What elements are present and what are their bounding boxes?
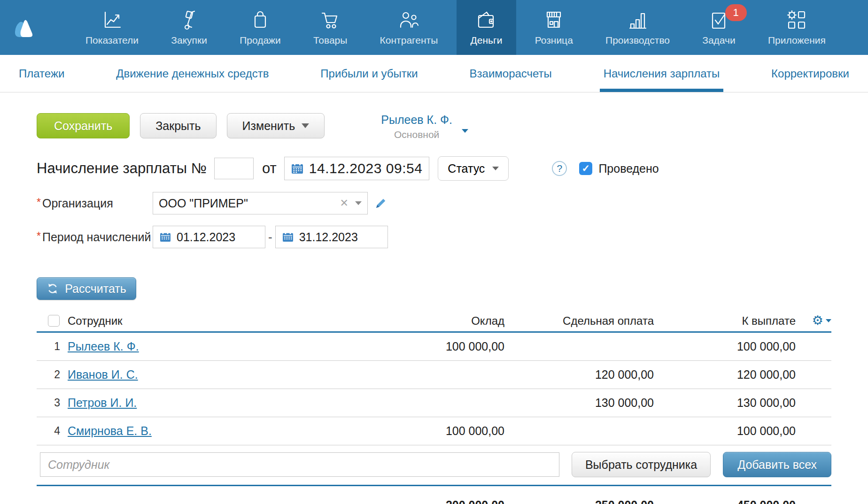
- calendar-icon: [160, 232, 171, 242]
- organization-combobox[interactable]: ООО "ПРИМЕР" ✕: [153, 192, 368, 214]
- nav-item-tasks[interactable]: 1 Задачи: [688, 0, 750, 55]
- table-totals-row: 200 000,00 250 000,00 450 000,00: [37, 495, 831, 504]
- moysklad-logo-icon: [12, 16, 40, 39]
- accrual-period-row: *Период начислений 01.12.2023 -: [37, 226, 831, 248]
- organization-value: ООО "ПРИМЕР": [159, 197, 248, 210]
- header-checkbox-cell: [37, 315, 63, 327]
- people-icon: [398, 9, 419, 31]
- tasks-icon: 1: [708, 9, 730, 31]
- nav-label: Продажи: [240, 35, 281, 46]
- tab-mutual-settlements[interactable]: Взаиморасчеты: [470, 55, 552, 92]
- top-navigation: Показатели Закупки Продажи: [0, 0, 868, 55]
- app-logo[interactable]: [0, 0, 53, 55]
- edit-button[interactable]: Изменить: [227, 113, 325, 138]
- organization-row: *Организация ООО "ПРИМЕР" ✕: [37, 192, 831, 214]
- tab-profit-loss[interactable]: Прибыли и убытки: [320, 55, 418, 92]
- salary-cell[interactable]: 100 000,00: [381, 340, 504, 353]
- context-user-role: Основной: [381, 129, 452, 140]
- nav-label: Товары: [313, 35, 347, 46]
- header-piecework: Сдельная оплата: [504, 314, 654, 328]
- chevron-down-icon[interactable]: [355, 201, 362, 205]
- employees-table: Сотрудник Оклад Сдельная оплата К выплат…: [37, 310, 831, 504]
- nav-label: Контрагенты: [380, 35, 438, 46]
- row-number: 2: [37, 368, 63, 381]
- save-button[interactable]: Сохранить: [37, 113, 130, 138]
- employee-link[interactable]: Иванов И. С.: [68, 368, 138, 381]
- tab-cash-flow[interactable]: Движение денежных средств: [116, 55, 269, 92]
- period-end-value: 31.12.2023: [299, 230, 358, 244]
- period-end-field[interactable]: 31.12.2023: [275, 226, 388, 248]
- nav-item-purchases[interactable]: Закупки: [157, 0, 221, 55]
- period-start-field[interactable]: 01.12.2023: [153, 226, 265, 248]
- tasks-badge: 1: [725, 4, 747, 21]
- top-nav-items: Показатели Закупки Продажи: [53, 0, 868, 55]
- nav-label: Показатели: [85, 35, 139, 46]
- posted-label: Проведено: [598, 162, 659, 176]
- calculate-button-label: Рассчитать: [65, 282, 126, 296]
- nav-item-indicators[interactable]: Показатели: [71, 0, 153, 55]
- payout-cell: 130 000,00: [654, 396, 796, 410]
- period-separator: -: [268, 230, 272, 244]
- nav-item-apps[interactable]: Приложения: [754, 0, 840, 55]
- clear-icon[interactable]: ✕: [340, 197, 349, 209]
- organization-label: *Организация: [37, 196, 153, 210]
- employee-link[interactable]: Смирнова Е. В.: [68, 424, 152, 437]
- posted-checkbox-row[interactable]: ✓ Проведено: [579, 162, 659, 176]
- cart-icon: [319, 9, 341, 31]
- employee-search-input[interactable]: [40, 452, 559, 477]
- nav-item-goods[interactable]: Товары: [299, 0, 361, 55]
- document-page: Сохранить Закрыть Изменить Рылеев К. Ф. …: [0, 113, 868, 504]
- refresh-icon: [46, 283, 59, 295]
- piecework-cell[interactable]: 130 000,00: [504, 396, 654, 410]
- salary-cell[interactable]: 100 000,00: [381, 424, 504, 438]
- wallet-icon: [475, 9, 497, 31]
- select-all-checkbox[interactable]: [48, 315, 60, 327]
- nav-label: Производство: [605, 35, 670, 46]
- edit-button-label: Изменить: [242, 119, 295, 133]
- tab-payments[interactable]: Платежи: [19, 55, 64, 92]
- document-datetime-value: 14.12.2023 09:54: [309, 160, 423, 176]
- posted-checkbox[interactable]: ✓: [579, 162, 592, 175]
- nav-item-production[interactable]: Производство: [591, 0, 684, 55]
- piecework-cell[interactable]: 120 000,00: [504, 368, 654, 382]
- nav-item-retail[interactable]: Розница: [521, 0, 587, 55]
- total-salary: 200 000,00: [381, 498, 504, 504]
- header-salary: Оклад: [381, 314, 504, 328]
- total-piecework: 250 000,00: [504, 498, 654, 504]
- add-all-button[interactable]: Добавить всех: [723, 452, 831, 477]
- gear-icon[interactable]: ⚙: [812, 314, 823, 327]
- apps-icon: [786, 9, 807, 31]
- nav-label: Задачи: [702, 35, 736, 46]
- nav-item-sales[interactable]: Продажи: [225, 0, 295, 55]
- row-number: 3: [37, 397, 63, 409]
- add-employee-section: Выбрать сотрудника Добавить всех: [37, 445, 831, 486]
- help-icon[interactable]: ?: [552, 161, 567, 176]
- total-payout: 450 000,00: [654, 498, 796, 504]
- select-employee-button[interactable]: Выбрать сотрудника: [572, 452, 711, 477]
- period-start-value: 01.12.2023: [177, 230, 235, 244]
- document-datetime-field[interactable]: 14.12.2023 09:54: [284, 157, 430, 180]
- chevron-down-icon[interactable]: [826, 319, 831, 322]
- edit-organization-button[interactable]: [375, 198, 387, 209]
- employee-context-dropdown[interactable]: Рылеев К. Ф. Основной: [381, 113, 468, 140]
- employee-link[interactable]: Петров И. И.: [68, 396, 137, 409]
- nav-item-money[interactable]: Деньги: [457, 0, 517, 55]
- header-employee: Сотрудник: [63, 314, 381, 328]
- header-payout: К выплате: [654, 314, 796, 328]
- nav-item-counterparties[interactable]: Контрагенты: [366, 0, 452, 55]
- required-asterisk: *: [37, 196, 41, 208]
- row-number: 1: [37, 340, 63, 353]
- chevron-down-icon: [302, 123, 309, 128]
- calendar-icon: [282, 232, 294, 242]
- store-icon: [543, 9, 565, 31]
- tab-salary-accruals[interactable]: Начисления зарплаты: [604, 55, 720, 92]
- status-dropdown-button[interactable]: Статус: [438, 156, 509, 181]
- document-number-input[interactable]: [214, 158, 254, 179]
- chart-icon: [101, 9, 123, 31]
- calculate-button[interactable]: Рассчитать: [37, 277, 136, 300]
- tab-adjustments[interactable]: Корректировки: [771, 55, 849, 92]
- employee-link[interactable]: Рылеев К. Ф.: [68, 340, 139, 353]
- close-button[interactable]: Закрыть: [140, 113, 216, 138]
- page-title: Начисление зарплаты №: [37, 160, 207, 177]
- header-settings-cell: ⚙: [796, 314, 831, 327]
